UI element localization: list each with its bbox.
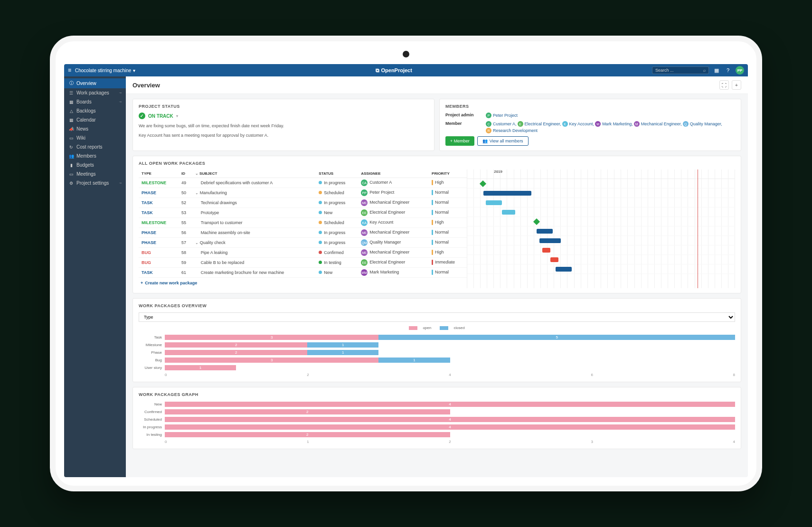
page-title: Overview [132,82,160,89]
avatar-icon: Q [683,121,689,127]
sidebar-item-overview[interactable]: ⓘOverview [64,78,126,88]
avatar-icon: R [486,128,491,133]
avatar-icon: EE [361,209,368,216]
member-link[interactable]: KKey Account, [562,121,595,127]
nav-icon: ▭ [69,136,74,141]
overview-type-select[interactable]: Type [139,312,735,322]
chart-bar: Task 3 5 [139,334,735,341]
table-row[interactable]: PHASE 57 ⌄Quality check In progress QMQu… [139,238,467,248]
nav-icon: ⓘ [69,80,74,86]
project-name: Chocolate stirring machine [75,68,131,73]
avatar-icon: ME [361,229,368,236]
project-selector[interactable]: Chocolate stirring machine ▾ [75,68,135,73]
chevron-down-icon[interactable]: ⌄ [195,191,200,195]
sidebar-item-meetings[interactable]: ▭Meetings [64,169,126,179]
avatar-icon: M [634,121,640,127]
nav-icon: 👥 [69,154,74,159]
member-link[interactable]: P Peter Project [486,113,518,118]
members-widget: MEMBERS Project admin P Peter Project [439,99,741,151]
sidebar-item-budgets[interactable]: ▮Budgets [64,160,126,169]
avatar-icon: P [486,113,491,118]
add-member-button[interactable]: + Member [445,136,474,146]
chart-bar: New 4 [139,401,735,408]
sidebar-item-work-packages[interactable]: ☰Work packages→ [64,88,126,97]
user-avatar[interactable]: PP [736,66,744,75]
sidebar-item-project-settings[interactable]: ⚙Project settings→ [64,179,126,188]
member-link[interactable]: RResearch Development [486,128,538,133]
sidebar-item-news[interactable]: 📣News [64,124,126,133]
avatar-icon: M [595,121,601,127]
table-row[interactable]: MILESTONE 55 Transport to customer Sched… [139,218,467,228]
table-row[interactable]: TASK 61 Create marketing brochure for ne… [139,268,467,278]
chevron-down-icon[interactable]: ⌄ [195,241,200,245]
nav-icon: ▮ [69,163,74,168]
table-row[interactable]: PHASE 50 ⌄Manufacturing Scheduled PPPete… [139,188,467,198]
sidebar-item-members[interactable]: 👥Members [64,151,126,160]
table-row[interactable]: MILESTONE 49 Debrief specifications with… [139,178,467,188]
create-work-package-link[interactable]: + Create new work package [139,278,199,288]
add-widget-button[interactable]: + [732,80,741,90]
check-icon: ✓ [139,113,145,119]
apps-icon[interactable]: ▦ [713,66,720,74]
member-link[interactable]: MMark Marketing, [595,121,633,127]
nav-icon: ☰ [69,91,74,95]
wp-overview-widget: WORK PACKAGES OVERVIEW Type open closed … [132,298,741,382]
arrow-icon: → [118,100,122,104]
sidebar-item-wiki[interactable]: ▭Wiki [64,133,126,142]
arrow-icon: → [118,91,122,95]
avatar-icon: KA [361,219,368,226]
search-input[interactable]: Search ... ⌕ [652,66,709,74]
avatar-icon: E [518,121,523,127]
avatar-icon: MM [361,269,368,276]
avatar-icon: K [562,121,568,127]
avatar-icon: PP [361,189,368,196]
avatar-icon: EE [361,259,368,266]
avatar-icon: CA [361,179,368,186]
fullscreen-button[interactable]: ⛶ [719,80,729,90]
arrow-icon: → [118,181,122,185]
member-link[interactable]: CCustomer A, [486,121,517,127]
brand-logo: ⧉OpenProject [376,67,412,74]
status-badge[interactable]: ✓ ON TRACK ▾ [139,113,178,119]
chart-bar: In testing 2 [139,431,735,439]
help-icon[interactable]: ? [724,66,732,74]
nav-icon: ▦ [69,118,74,122]
sidebar-item-calendar[interactable]: ▦Calendar [64,115,126,124]
member-link[interactable]: QQuality Manager, [683,121,722,127]
nav-icon: △ [69,109,74,113]
chevron-down-icon: ▾ [176,114,178,118]
avatar-icon: ME [361,199,368,206]
sidebar-item-cost-reports[interactable]: ↻Cost reports [64,142,126,151]
avatar-icon: C [486,121,491,127]
table-row[interactable]: BUG 58 Pipe A leaking Confirmed MEMechan… [139,248,467,258]
view-members-button[interactable]: 👥 View all members [477,136,529,146]
nav-icon: 📣 [69,127,74,132]
chevron-down-icon: ▾ [133,68,135,73]
chart-bar: Confirmed 2 [139,408,735,416]
chart-bar: Milestone 2 1 [139,341,735,349]
chart-bar: User story 1 [139,364,735,372]
nav-icon: ⚙ [69,181,74,186]
chart-bar: Scheduled 4 [139,416,735,423]
users-icon: 👥 [482,139,488,143]
project-status-widget: PROJECT STATUS ✓ ON TRACK ▾ We are fixin… [132,99,434,151]
chart-bar: Bug 3 1 [139,357,735,364]
member-link[interactable]: MMechanical Engineer, [634,121,682,127]
nav-icon: ▦ [69,100,74,104]
avatar-icon: QM [361,239,368,246]
nav-icon: ↻ [69,145,74,150]
table-row[interactable]: BUG 59 Cable B to be replaced In testing… [139,258,467,268]
table-row[interactable]: TASK 52 Technical drawings In progress M… [139,198,467,208]
sidebar-item-backlogs[interactable]: △Backlogs [64,106,126,115]
gantt-chart[interactable]: 2019 [467,169,735,288]
work-packages-widget: ALL OPEN WORK PACKAGES TYPE ID ⌄ SUBJECT… [132,156,741,293]
search-icon: ⌕ [703,68,706,73]
menu-icon[interactable]: ≡ [68,67,71,74]
sidebar: ⓘOverview☰Work packages→▦Boards→△Backlog… [64,76,126,477]
table-row[interactable]: TASK 53 Prototype New EEElectrical Engin… [139,208,467,218]
table-row[interactable]: PHASE 56 Machine assembly on-site In pro… [139,228,467,238]
member-link[interactable]: EElectrical Engineer, [518,121,561,127]
sidebar-item-boards[interactable]: ▦Boards→ [64,97,126,106]
chart-bar: In progress 4 [139,423,735,431]
wp-graph-widget: WORK PACKAGES GRAPH New 4 Confirmed 2 Sc… [132,387,741,449]
